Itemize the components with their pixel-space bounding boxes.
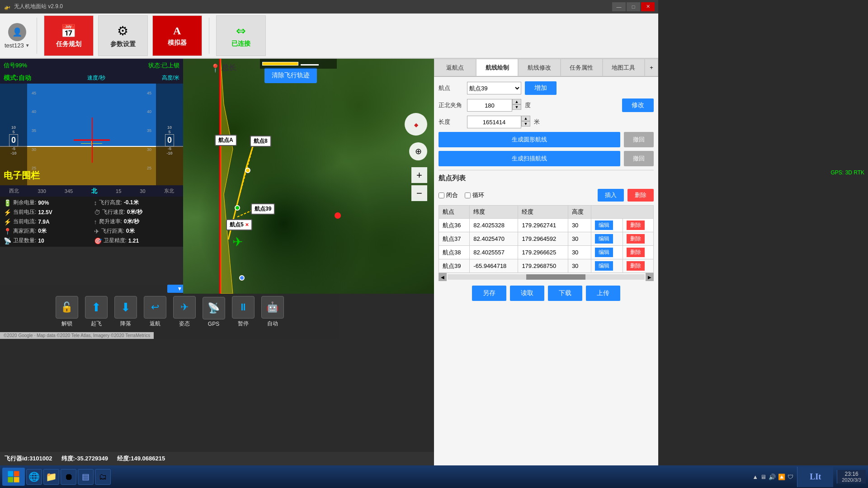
auto-button[interactable]: 🤖 自动 (259, 296, 286, 328)
attitude-button[interactable]: ✈ 姿态 (171, 296, 198, 328)
map-zoom-in[interactable]: + (411, 167, 427, 183)
cell-del: 删除 (623, 232, 654, 246)
minimize-button[interactable]: — (612, 2, 626, 11)
undo1-button[interactable]: 撤回 (624, 132, 654, 147)
length-input[interactable] (467, 116, 521, 128)
closed-checkbox-label[interactable]: 闭合 (439, 191, 458, 199)
takeoff-button[interactable]: ⬆ 起飞 (83, 296, 110, 328)
clear-track-button[interactable]: 清除飞行轨迹 (264, 68, 317, 83)
add-waypoint-button[interactable]: 增加 (525, 81, 557, 95)
edit-button[interactable]: 编辑 (595, 248, 613, 257)
loop-checkbox[interactable] (465, 192, 471, 198)
user-name: test123 (5, 42, 24, 49)
record-icon[interactable]: ⏺ (61, 469, 76, 485)
row-delete-button[interactable]: 删除 (627, 221, 645, 230)
length-up[interactable]: ▲ (521, 116, 530, 121)
explorer-icon[interactable]: 🗂 (95, 469, 111, 485)
tab-draw-route[interactable]: 航线绘制 (476, 59, 518, 76)
info-speed: ⏱ 飞行速度: 0米/秒 (94, 208, 180, 216)
scrollbar[interactable]: ◀ ▶ (439, 273, 654, 281)
scroll-thumb[interactable] (526, 274, 585, 280)
tab-map-tools[interactable]: 地图工具 (603, 59, 645, 76)
insert-button[interactable]: 插入 (598, 189, 624, 202)
col-lat: 纬度 (470, 206, 518, 219)
info-current: ⚡ 当前电流: 7.9A (4, 218, 90, 225)
table-row: 航点38 82.4025557 179.2966625 30 编辑 删除 (439, 246, 654, 259)
row-delete-button[interactable]: 删除 (627, 261, 645, 271)
tray-up-icon[interactable]: ▲ (752, 474, 758, 480)
gps-label-btn: GPS (208, 321, 219, 327)
save-button[interactable]: 另存 (472, 286, 506, 301)
waypoint-label-39[interactable]: 航点39 (251, 203, 275, 215)
closed-checkbox[interactable] (439, 192, 444, 198)
scroll-track[interactable] (448, 274, 645, 280)
info-home-dist: 📍 离家距离: 0米 (4, 227, 90, 235)
app-icon-taskbar[interactable]: ▤ (78, 469, 94, 485)
edit-button[interactable]: 编辑 (595, 261, 613, 271)
ie-icon[interactable]: 🌐 (26, 469, 42, 485)
drone-id-item: 飞行器id:3101002 (5, 455, 52, 463)
cell-lng: 179.2968750 (518, 259, 568, 273)
length-label: 长度 (439, 118, 463, 126)
collapse-icon: ▼ (177, 286, 183, 292)
map[interactable]: ✈ 航点5 ✕ 航点8 航点A 航点39 📍 总长 清除飞行轨迹 ▬▬▬▬ ⬥ … (183, 59, 434, 294)
maximize-button[interactable]: □ (627, 2, 640, 11)
waypoint-label-A[interactable]: 航点A (215, 135, 237, 146)
sim-icon: A (173, 25, 181, 37)
read-button[interactable]: 读取 (510, 286, 544, 301)
voltage-icon: ⚡ (4, 209, 11, 216)
speed-icon: ⏱ (94, 209, 100, 216)
upload-button[interactable]: 上传 (586, 286, 620, 301)
scroll-right-arrow[interactable]: ▶ (646, 273, 654, 281)
pause-button[interactable]: ⏸ 暂停 (230, 296, 257, 328)
scroll-left-arrow[interactable]: ◀ (439, 273, 447, 281)
connected-button[interactable]: ⇔ 已连接 (216, 15, 266, 56)
direction-30: 30 (140, 188, 145, 194)
info-climb: ↑ 爬升速率: 0米/秒 (94, 218, 180, 225)
folder-icon[interactable]: 📁 (43, 469, 59, 485)
param-settings-button[interactable]: ⚙ 参数设置 (98, 15, 148, 56)
tab-mission-props[interactable]: 任务属性 (561, 59, 603, 76)
north-angle-input[interactable] (467, 99, 512, 112)
current-icon: ⚡ (4, 218, 11, 225)
lat-item: 纬度:-35.2729349 (61, 455, 108, 463)
waypoint-label-5a[interactable]: 航点5 ✕ (226, 219, 252, 230)
gen-circle-button[interactable]: 生成圆形航线 (439, 132, 620, 147)
north-angle-down[interactable]: ▼ (512, 104, 521, 110)
tab-return[interactable]: 返航点 (434, 59, 476, 76)
land-label: 降落 (120, 320, 131, 328)
tab-modify-route[interactable]: 航线修改 (518, 59, 560, 76)
row-delete-button[interactable]: 删除 (627, 234, 645, 244)
unlock-button[interactable]: 🔓 解锁 (53, 296, 80, 328)
north-angle-up[interactable]: ▲ (512, 99, 521, 104)
gps-button[interactable]: 📡 GPS (200, 297, 227, 327)
start-button[interactable] (2, 468, 25, 486)
return-button[interactable]: ↩ 返航 (142, 296, 169, 328)
gen-scan-button[interactable]: 生成扫描航线 (439, 151, 620, 166)
user-section[interactable]: 👤 test123 ▼ (5, 23, 30, 49)
undo2-button[interactable]: 撤回 (624, 151, 654, 166)
location-icon: 📍 (210, 63, 220, 73)
land-button[interactable]: ⬇ 降落 (112, 296, 139, 328)
pause-label: 暂停 (238, 320, 249, 328)
length-down[interactable]: ▼ (521, 121, 530, 127)
tab-more[interactable]: + (645, 59, 658, 76)
titlebar-controls: — □ ✕ (612, 2, 655, 11)
loop-checkbox-label[interactable]: 循环 (465, 191, 484, 199)
close-button[interactable]: ✕ (641, 2, 655, 11)
simulator-button[interactable]: A 模拟器 (152, 15, 202, 56)
cell-del: 删除 (623, 246, 654, 259)
download-button[interactable]: 下载 (548, 286, 582, 301)
waypoint-label-8[interactable]: 航点8 (250, 136, 271, 147)
delete-button[interactable]: 删除 (627, 189, 654, 202)
map-zoom-out[interactable]: − (411, 185, 427, 201)
map-crosshair[interactable]: ⊕ (409, 142, 427, 160)
modify-button[interactable]: 修改 (622, 99, 654, 112)
connect-icon: ⇔ (236, 24, 246, 38)
mission-planning-button[interactable]: 📅 任务规划 (44, 15, 94, 56)
edit-button[interactable]: 编辑 (595, 234, 613, 244)
row-delete-button[interactable]: 删除 (627, 248, 645, 257)
edit-button[interactable]: 编辑 (595, 221, 613, 230)
waypoint-select[interactable]: 航点39 (467, 82, 521, 94)
battery-icon: 🔋 (4, 199, 11, 206)
